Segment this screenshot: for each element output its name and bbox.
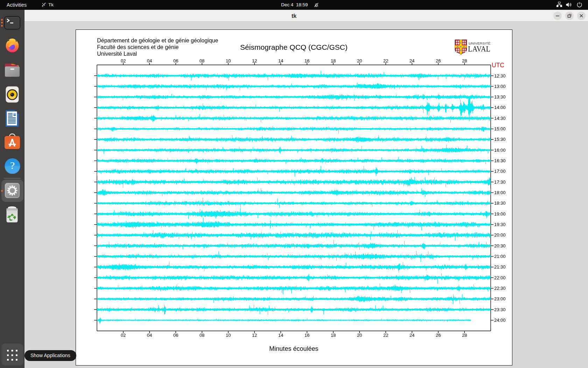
svg-text:?: ? xyxy=(10,159,15,171)
svg-text:LAVAL: LAVAL xyxy=(468,44,490,53)
